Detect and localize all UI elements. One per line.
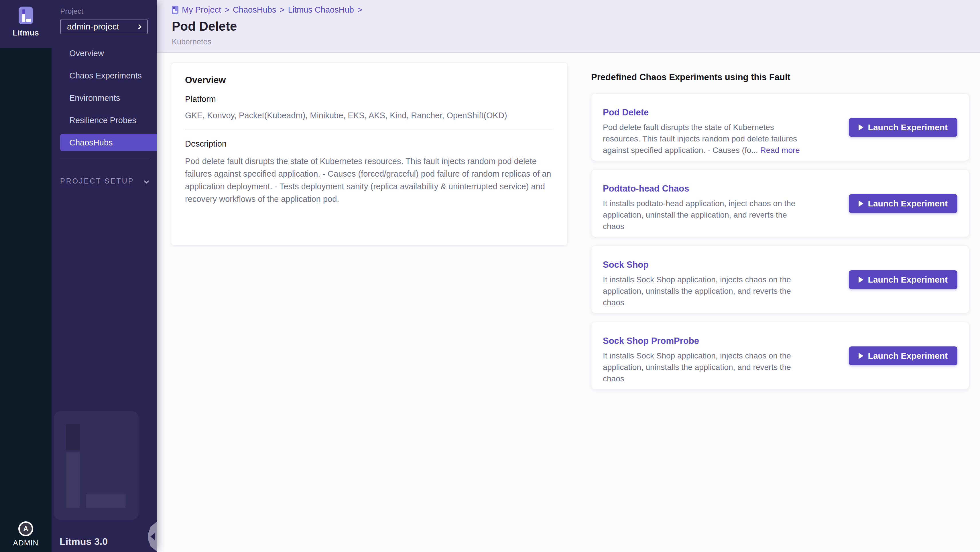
project-setup-toggle[interactable]: PROJECT SETUP: [60, 177, 148, 185]
experiment-description: It installs podtato-head application, in…: [603, 198, 803, 232]
experiment-description: It installs Sock Shop application, injec…: [603, 350, 803, 385]
litmus-logo-icon[interactable]: [19, 6, 33, 24]
breadcrumb: My Project > ChaosHubs > Litmus ChaosHub…: [172, 5, 980, 14]
play-icon: [859, 277, 864, 283]
rail-logo-block: Litmus: [0, 0, 51, 48]
description-label: Description: [185, 139, 554, 149]
avatar[interactable]: A: [18, 521, 33, 536]
experiment-title[interactable]: Sock Shop PromProbe: [603, 336, 699, 346]
experiments-list: Pod Delete Pod delete fault disrupts the…: [591, 93, 969, 390]
launch-experiment-button[interactable]: Launch Experiment: [849, 347, 958, 365]
launch-experiment-button[interactable]: Launch Experiment: [849, 118, 958, 137]
collapse-arrow-icon: [150, 533, 154, 540]
litmus-watermark-logo: [54, 411, 138, 520]
main-area: My Project > ChaosHubs > Litmus ChaosHub…: [157, 0, 980, 552]
chevron-down-icon: [144, 178, 149, 183]
overview-divider: [185, 129, 554, 129]
sidebar-item-chaos-experiments[interactable]: Chaos Experiments: [60, 67, 157, 84]
page-subtitle: Kubernetes: [172, 38, 980, 46]
description-text: Pod delete fault disrupts the state of K…: [185, 155, 554, 205]
breadcrumb-my-project[interactable]: My Project: [182, 5, 221, 14]
sidebar-item-environments[interactable]: Environments: [60, 89, 157, 107]
overview-heading: Overview: [185, 75, 554, 85]
sidebar: Project admin-project Overview Chaos Exp…: [51, 0, 157, 552]
experiment-title[interactable]: Sock Shop: [603, 260, 649, 270]
overview-card: Overview Platform GKE, Konvoy, Packet(Ku…: [171, 62, 568, 246]
experiment-card-pod-delete: Pod Delete Pod delete fault disrupts the…: [591, 93, 969, 161]
sidebar-item-resilience-probes[interactable]: Resilience Probes: [60, 112, 157, 129]
chevron-right-icon: [136, 24, 142, 29]
breadcrumb-logo-icon: [172, 6, 178, 14]
experiment-description: Pod delete fault disrupts the state of K…: [603, 122, 803, 156]
breadcrumb-litmus-chaoshub[interactable]: Litmus ChaosHub: [288, 5, 354, 14]
sidebar-item-chaoshubs[interactable]: ChaosHubs: [60, 134, 157, 151]
sidebar-item-overview[interactable]: Overview: [60, 45, 157, 62]
page-header: My Project > ChaosHubs > Litmus ChaosHub…: [157, 0, 980, 52]
experiment-description: It installs Sock Shop application, injec…: [603, 274, 803, 309]
experiment-card-sock-shop: Sock Shop It installs Sock Shop applicat…: [591, 246, 969, 313]
breadcrumb-chaoshubs[interactable]: ChaosHubs: [233, 5, 276, 14]
breadcrumb-separator: >: [357, 5, 362, 14]
launch-experiment-button[interactable]: Launch Experiment: [849, 194, 958, 213]
play-icon: [859, 200, 864, 207]
play-icon: [859, 124, 864, 130]
launch-experiment-button[interactable]: Launch Experiment: [849, 270, 958, 289]
sidebar-divider: [60, 160, 150, 160]
page-title: Pod Delete: [172, 19, 980, 33]
project-setup-label: PROJECT SETUP: [60, 177, 134, 185]
read-more-link[interactable]: Read more: [760, 146, 800, 154]
icon-rail: Litmus A ADMIN: [0, 0, 51, 552]
avatar-label: ADMIN: [0, 539, 51, 547]
experiments-heading: Predefined Chaos Experiments using this …: [591, 72, 791, 83]
user-menu[interactable]: A ADMIN: [0, 521, 51, 547]
project-select[interactable]: admin-project: [60, 19, 148, 34]
project-label: Project: [60, 7, 83, 16]
platform-label: Platform: [185, 94, 554, 104]
litmus-logo-label: Litmus: [13, 29, 39, 38]
breadcrumb-separator: >: [224, 5, 229, 14]
experiment-title[interactable]: Pod Delete: [603, 107, 649, 118]
sidebar-nav: Overview Chaos Experiments Environments …: [51, 45, 157, 156]
play-icon: [859, 353, 864, 359]
experiment-title[interactable]: Podtato-head Chaos: [603, 183, 689, 194]
experiment-card-sock-shop-promprobe: Sock Shop PromProbe It installs Sock Sho…: [591, 322, 969, 390]
sidebar-collapse-handle[interactable]: [148, 522, 157, 551]
platform-list: GKE, Konvoy, Packet(Kubeadm), Minikube, …: [185, 111, 554, 120]
project-select-value: admin-project: [67, 22, 119, 32]
experiment-card-podtato-head: Podtato-head Chaos It installs podtato-h…: [591, 170, 969, 237]
version-label: Litmus 3.0: [60, 536, 108, 547]
breadcrumb-separator: >: [280, 5, 285, 14]
